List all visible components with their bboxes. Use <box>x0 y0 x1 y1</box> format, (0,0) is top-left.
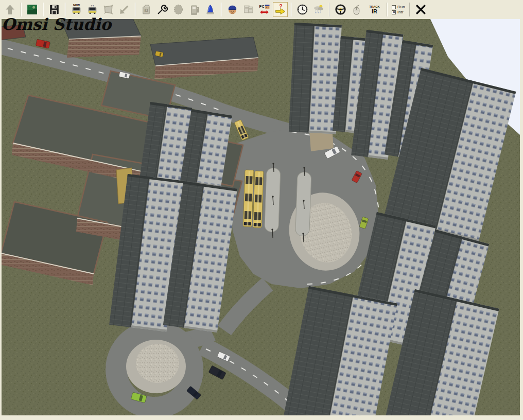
arrow-sw-icon <box>118 3 131 16</box>
frame-icon <box>102 3 115 16</box>
checked-box-icon[interactable]: ✕ <box>392 10 396 14</box>
toolbar-separator <box>387 3 388 16</box>
svg-text:PC: PC <box>259 4 265 9</box>
bus <box>243 170 254 227</box>
up-arrow-icon <box>4 3 16 16</box>
checkbox-label: Run <box>397 5 405 9</box>
timetable-icon <box>242 3 255 16</box>
option-checkbox-intr[interactable]: ✕Intr <box>392 10 405 14</box>
refuel-button[interactable]: 92 <box>139 2 154 17</box>
watermark-text: Omsi Studio <box>2 15 111 33</box>
trackir-button[interactable]: TRACKIR <box>365 2 383 17</box>
controls-button[interactable] <box>333 2 348 17</box>
mouse-button[interactable] <box>349 2 364 17</box>
route-question-icon: ? <box>274 3 287 16</box>
wrench-icon <box>156 3 169 16</box>
svg-text:92: 92 <box>144 9 148 12</box>
close-icon <box>414 3 427 16</box>
toolbar-separator <box>43 3 44 16</box>
new-bus-icon: NEW <box>70 3 83 16</box>
toolbar-separator <box>329 3 330 16</box>
blue-light-button[interactable] <box>203 2 218 17</box>
mouse-icon <box>350 3 363 16</box>
tire-icon <box>172 3 185 16</box>
toolbar-separator <box>221 3 222 16</box>
checkbox-label: Intr <box>397 10 404 14</box>
blue-light-icon <box>204 3 217 16</box>
bus <box>253 171 264 228</box>
fuel-pump-icon <box>188 3 201 16</box>
toolbar-separator <box>21 3 22 16</box>
weather-button[interactable] <box>311 2 326 17</box>
ai-swap-button[interactable]: PC <box>257 2 272 17</box>
save-icon <box>48 3 61 16</box>
clock-icon <box>296 3 309 16</box>
options-checkbox-panel: Run✕Intr <box>391 5 406 14</box>
repair-button[interactable] <box>155 2 170 17</box>
svg-text:↔: ↔ <box>90 3 95 8</box>
option-checkbox-run[interactable]: Run <box>392 5 405 9</box>
3d-viewport[interactable] <box>2 19 520 415</box>
3d-scene[interactable] <box>2 19 520 415</box>
omsi-window: { "window": { "bg": "#ece9d8", "watermar… <box>0 0 523 420</box>
trackir-icon: TRACKIR <box>368 3 381 16</box>
move-bus-icon: ↔ <box>86 3 99 16</box>
time-button[interactable] <box>295 2 310 17</box>
tire-button[interactable] <box>171 2 186 17</box>
toolbar-separator <box>65 3 66 16</box>
steering-wheel-icon <box>334 3 347 16</box>
toolbar-separator <box>135 3 136 16</box>
driver-icon <box>226 3 239 16</box>
driver-button[interactable] <box>225 2 240 17</box>
weather-icon <box>312 3 325 16</box>
enter-bus-button[interactable] <box>117 2 132 17</box>
svg-text:IR: IR <box>372 8 377 14</box>
timetable-button[interactable] <box>241 2 256 17</box>
unchecked-box-icon[interactable] <box>392 5 396 9</box>
map-icon <box>26 3 39 16</box>
close-button[interactable] <box>413 2 428 17</box>
ai-swap-icon: PC <box>258 3 271 16</box>
toolbar-separator <box>291 3 292 16</box>
toolbar-separator <box>409 3 410 16</box>
fuel-can-icon: 92 <box>140 3 153 16</box>
fuel-pump-button[interactable] <box>187 2 202 17</box>
svg-text:NEW: NEW <box>73 4 80 7</box>
route-hints-button[interactable]: ? <box>273 2 288 17</box>
